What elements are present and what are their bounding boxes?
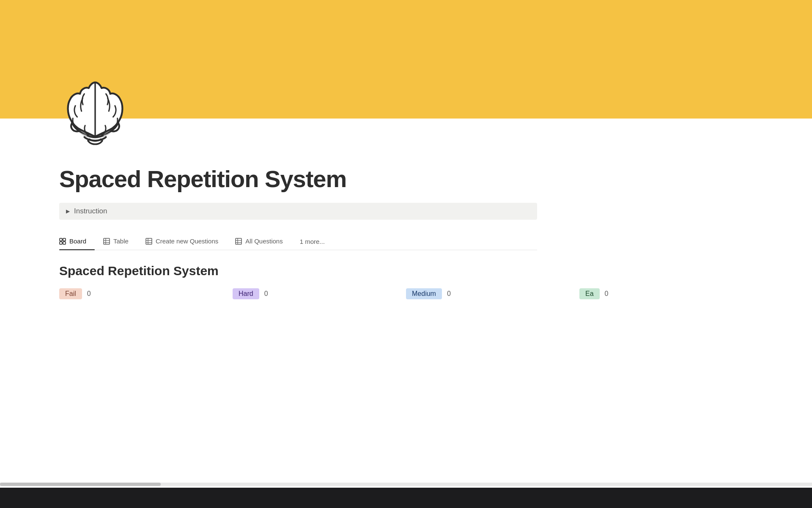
kanban-columns: Fail 0 Hard 0 Medium 0 Ea 0: [59, 288, 753, 299]
instruction-label: Instruction: [74, 207, 107, 215]
badge-easy: Ea: [579, 288, 600, 299]
brain-icon-container: [59, 79, 131, 152]
badge-hard: Hard: [233, 288, 259, 299]
scrollbar-thumb[interactable]: [0, 483, 161, 486]
bottom-bar: [0, 488, 812, 508]
svg-rect-7: [104, 238, 110, 244]
svg-rect-15: [236, 238, 241, 244]
tab-all-questions[interactable]: All Questions: [227, 233, 291, 250]
tabs-bar: Board Table: [59, 233, 537, 250]
count-easy: 0: [605, 290, 609, 298]
svg-rect-5: [60, 242, 62, 244]
tab-create-label: Create new Questions: [156, 237, 218, 245]
svg-rect-6: [63, 242, 66, 244]
header-banner: [0, 0, 812, 119]
toggle-arrow-icon: ▶: [66, 208, 70, 214]
count-medium: 0: [447, 290, 451, 298]
svg-rect-4: [63, 238, 66, 241]
tab-all-questions-label: All Questions: [245, 237, 283, 245]
column-easy: Ea 0: [579, 288, 753, 299]
column-medium: Medium 0: [406, 288, 579, 299]
badge-medium: Medium: [406, 288, 442, 299]
column-fail: Fail 0: [59, 288, 233, 299]
page-title: Spaced Repetition System: [59, 165, 753, 193]
table-icon: [103, 238, 110, 245]
page-wrapper: Spaced Repetition System ▶ Instruction B…: [0, 0, 812, 508]
count-fail: 0: [87, 290, 91, 298]
tab-table[interactable]: Table: [95, 233, 137, 250]
instruction-toggle[interactable]: ▶ Instruction: [59, 203, 537, 220]
board-icon: [59, 238, 66, 245]
brain-icon: [59, 79, 131, 151]
create-icon: [145, 238, 152, 245]
column-hard: Hard 0: [233, 288, 406, 299]
count-hard: 0: [264, 290, 268, 298]
board-section: Spaced Repetition System Fail 0 Hard 0 M…: [59, 264, 753, 299]
all-questions-icon: [235, 238, 242, 245]
svg-rect-11: [146, 238, 152, 244]
scrollbar-track[interactable]: [0, 483, 812, 486]
tab-table-label: Table: [113, 237, 129, 245]
tab-create[interactable]: Create new Questions: [137, 233, 227, 250]
board-title: Spaced Repetition System: [59, 264, 753, 278]
tabs-more[interactable]: 1 more...: [291, 234, 333, 249]
tab-board-label: Board: [69, 237, 86, 245]
badge-fail: Fail: [59, 288, 82, 299]
tab-board[interactable]: Board: [59, 233, 95, 250]
svg-rect-3: [60, 238, 62, 241]
